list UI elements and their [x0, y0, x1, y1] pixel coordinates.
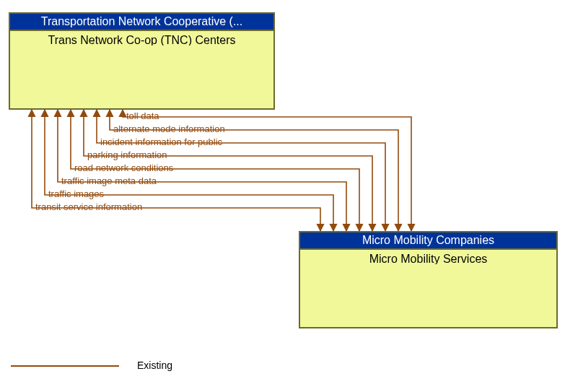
- flow-label: toll data: [126, 110, 159, 121]
- legend-label-existing: Existing: [137, 360, 172, 371]
- flow-label: transit service information: [35, 201, 142, 212]
- flow-label: alternate mode information: [113, 123, 225, 134]
- legend-line-existing: [11, 365, 119, 367]
- diagram-canvas: Transportation Network Cooperative (... …: [0, 0, 565, 392]
- entity-header-micro: Micro Mobility Companies: [300, 232, 556, 250]
- flow-label: traffic image meta data: [61, 175, 157, 186]
- entity-box-micro: Micro Mobility Companies Micro Mobility …: [299, 231, 558, 328]
- flow-label: incident information for public: [100, 136, 222, 147]
- entity-header-tnc: Transportation Network Cooperative (...: [10, 14, 273, 31]
- flow-label: parking information: [87, 149, 167, 160]
- flow-label: road network conditions: [74, 162, 173, 173]
- flow-label: traffic images: [48, 188, 104, 199]
- entity-box-tnc: Transportation Network Cooperative (... …: [9, 12, 275, 110]
